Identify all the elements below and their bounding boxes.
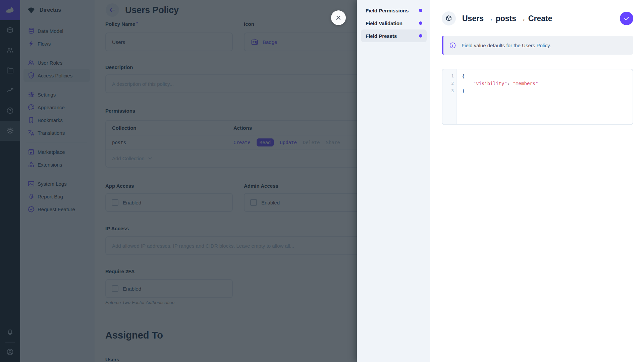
line-number-gutter: 1 2 3 bbox=[442, 69, 457, 124]
info-notice: Field value defaults for the Users Polic… bbox=[442, 36, 633, 55]
check-icon bbox=[623, 15, 630, 22]
status-dot bbox=[419, 21, 422, 25]
drawer-close-button[interactable] bbox=[331, 10, 346, 25]
info-icon bbox=[449, 42, 456, 49]
tab-field-validation[interactable]: Field Validation bbox=[361, 17, 427, 29]
drawer-tab-list: Field Permissions Field Validation Field… bbox=[357, 0, 430, 362]
tab-field-permissions[interactable]: Field Permissions bbox=[361, 4, 427, 17]
drawer-title: Users → posts → Create bbox=[462, 14, 552, 23]
tab-field-presets[interactable]: Field Presets bbox=[361, 29, 427, 42]
drawer-content: Users → posts → Create Field value defau… bbox=[430, 0, 644, 362]
save-button[interactable] bbox=[620, 12, 633, 25]
status-dot bbox=[419, 9, 422, 12]
drawer-header-icon-circle bbox=[442, 11, 456, 25]
box-icon bbox=[445, 15, 452, 22]
status-dot bbox=[419, 34, 422, 38]
drawer-header: Users → posts → Create bbox=[442, 11, 633, 25]
field-detail-drawer: Field Permissions Field Validation Field… bbox=[357, 0, 644, 362]
close-icon bbox=[335, 14, 342, 21]
code-editor[interactable]: 1 2 3 { "visibility": "members"} bbox=[442, 69, 633, 125]
notice-text: Field value defaults for the Users Polic… bbox=[462, 43, 551, 48]
code-content[interactable]: { "visibility": "members"} bbox=[457, 69, 538, 124]
